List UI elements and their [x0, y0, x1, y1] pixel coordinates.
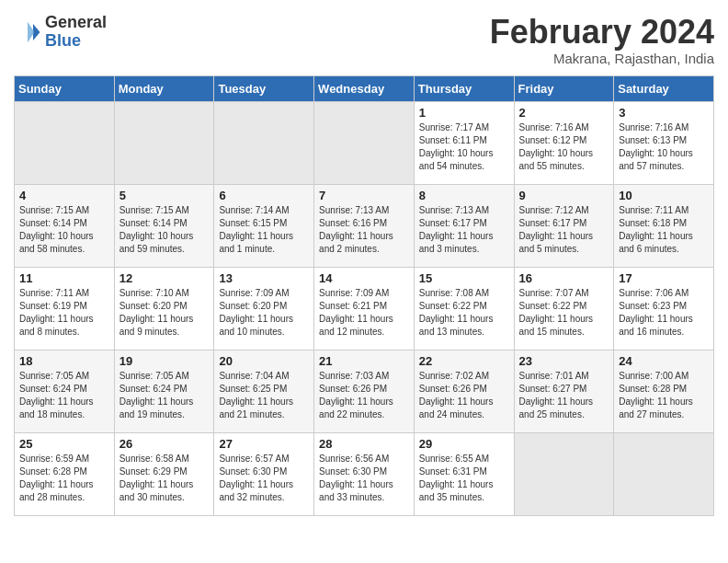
- week-row-1: 4Sunrise: 7:15 AMSunset: 6:14 PMDaylight…: [15, 184, 714, 267]
- day-info: Sunrise: 6:56 AMSunset: 6:30 PMDaylight:…: [319, 453, 409, 504]
- day-cell: 12Sunrise: 7:10 AMSunset: 6:20 PMDayligh…: [114, 267, 214, 350]
- day-cell: [314, 101, 415, 184]
- day-cell: 13Sunrise: 7:09 AMSunset: 6:20 PMDayligh…: [214, 267, 314, 350]
- day-number: 27: [219, 437, 309, 451]
- day-info: Sunrise: 7:16 AMSunset: 6:12 PMDaylight:…: [519, 121, 609, 173]
- logo-icon: [14, 18, 41, 46]
- week-row-3: 18Sunrise: 7:05 AMSunset: 6:24 PMDayligh…: [15, 350, 714, 432]
- day-number: 20: [219, 354, 309, 368]
- day-number: 8: [419, 189, 509, 202]
- day-number: 13: [219, 271, 309, 285]
- day-cell: 24Sunrise: 7:00 AMSunset: 6:28 PMDayligh…: [614, 350, 714, 432]
- calendar-header: SundayMondayTuesdayWednesdayThursdayFrid…: [15, 75, 714, 101]
- day-info: Sunrise: 7:14 AMSunset: 6:15 PMDaylight:…: [219, 204, 309, 256]
- day-info: Sunrise: 6:58 AMSunset: 6:29 PMDaylight:…: [119, 453, 210, 504]
- day-number: 9: [519, 189, 609, 202]
- day-info: Sunrise: 7:11 AMSunset: 6:18 PMDaylight:…: [619, 204, 709, 256]
- day-cell: 9Sunrise: 7:12 AMSunset: 6:17 PMDaylight…: [514, 184, 614, 267]
- day-info: Sunrise: 7:02 AMSunset: 6:26 PMDaylight:…: [419, 370, 509, 421]
- day-number: 7: [319, 189, 409, 202]
- location: Makrana, Rajasthan, India: [490, 51, 714, 66]
- day-number: 19: [119, 354, 210, 368]
- title-area: February 2024 Makrana, Rajasthan, India: [490, 14, 714, 66]
- day-number: 2: [519, 106, 609, 120]
- day-info: Sunrise: 7:13 AMSunset: 6:17 PMDaylight:…: [419, 204, 509, 256]
- day-number: 28: [319, 437, 409, 451]
- day-cell: 20Sunrise: 7:04 AMSunset: 6:25 PMDayligh…: [214, 350, 314, 432]
- day-cell: 7Sunrise: 7:13 AMSunset: 6:16 PMDaylight…: [314, 184, 415, 267]
- day-cell: 2Sunrise: 7:16 AMSunset: 6:12 PMDaylight…: [514, 101, 614, 184]
- day-info: Sunrise: 6:59 AMSunset: 6:28 PMDaylight:…: [19, 453, 109, 504]
- day-number: 24: [619, 354, 709, 368]
- day-number: 14: [319, 271, 409, 285]
- header-cell-wednesday: Wednesday: [314, 75, 415, 101]
- day-info: Sunrise: 7:05 AMSunset: 6:24 PMDaylight:…: [119, 370, 210, 421]
- calendar-table: SundayMondayTuesdayWednesdayThursdayFrid…: [14, 75, 714, 516]
- day-info: Sunrise: 7:09 AMSunset: 6:20 PMDaylight:…: [219, 287, 309, 339]
- day-number: 5: [119, 189, 210, 202]
- logo-general-text: General: [45, 14, 107, 32]
- day-info: Sunrise: 7:04 AMSunset: 6:25 PMDaylight:…: [219, 370, 309, 421]
- day-cell: 28Sunrise: 6:56 AMSunset: 6:30 PMDayligh…: [314, 432, 415, 515]
- month-title: February 2024: [490, 14, 714, 51]
- day-info: Sunrise: 7:13 AMSunset: 6:16 PMDaylight:…: [319, 204, 409, 256]
- day-cell: [114, 101, 214, 184]
- day-number: 18: [19, 354, 109, 368]
- header-cell-sunday: Sunday: [15, 75, 115, 101]
- day-cell: 25Sunrise: 6:59 AMSunset: 6:28 PMDayligh…: [15, 432, 115, 515]
- header-row: SundayMondayTuesdayWednesdayThursdayFrid…: [15, 75, 714, 101]
- header-cell-friday: Friday: [514, 75, 614, 101]
- day-cell: [514, 432, 614, 515]
- day-cell: [614, 432, 714, 515]
- day-cell: 10Sunrise: 7:11 AMSunset: 6:18 PMDayligh…: [614, 184, 714, 267]
- logo-text: General Blue: [45, 14, 107, 51]
- day-info: Sunrise: 6:57 AMSunset: 6:30 PMDaylight:…: [219, 453, 309, 504]
- day-info: Sunrise: 7:07 AMSunset: 6:22 PMDaylight:…: [519, 287, 609, 339]
- day-cell: 5Sunrise: 7:15 AMSunset: 6:14 PMDaylight…: [114, 184, 214, 267]
- day-cell: [15, 101, 115, 184]
- day-info: Sunrise: 7:15 AMSunset: 6:14 PMDaylight:…: [119, 204, 210, 256]
- day-number: 23: [519, 354, 609, 368]
- day-number: 29: [419, 437, 509, 451]
- day-cell: 8Sunrise: 7:13 AMSunset: 6:17 PMDaylight…: [414, 184, 514, 267]
- day-info: Sunrise: 7:17 AMSunset: 6:11 PMDaylight:…: [419, 121, 509, 173]
- day-cell: 27Sunrise: 6:57 AMSunset: 6:30 PMDayligh…: [214, 432, 314, 515]
- day-info: Sunrise: 7:03 AMSunset: 6:26 PMDaylight:…: [319, 370, 409, 421]
- day-number: 6: [219, 189, 309, 202]
- day-number: 17: [619, 271, 709, 285]
- week-row-0: 1Sunrise: 7:17 AMSunset: 6:11 PMDaylight…: [15, 101, 714, 184]
- day-cell: 11Sunrise: 7:11 AMSunset: 6:19 PMDayligh…: [15, 267, 115, 350]
- day-cell: 18Sunrise: 7:05 AMSunset: 6:24 PMDayligh…: [15, 350, 115, 432]
- calendar-body: 1Sunrise: 7:17 AMSunset: 6:11 PMDaylight…: [15, 101, 714, 515]
- day-number: 11: [19, 271, 109, 285]
- header-cell-monday: Monday: [114, 75, 214, 101]
- day-cell: 23Sunrise: 7:01 AMSunset: 6:27 PMDayligh…: [514, 350, 614, 432]
- week-row-4: 25Sunrise: 6:59 AMSunset: 6:28 PMDayligh…: [15, 432, 714, 515]
- day-info: Sunrise: 7:10 AMSunset: 6:20 PMDaylight:…: [119, 287, 210, 339]
- header-cell-saturday: Saturday: [614, 75, 714, 101]
- day-info: Sunrise: 7:01 AMSunset: 6:27 PMDaylight:…: [519, 370, 609, 421]
- day-info: Sunrise: 7:11 AMSunset: 6:19 PMDaylight:…: [19, 287, 109, 339]
- day-info: Sunrise: 7:00 AMSunset: 6:28 PMDaylight:…: [619, 370, 709, 421]
- day-info: Sunrise: 6:55 AMSunset: 6:31 PMDaylight:…: [419, 453, 509, 504]
- day-cell: 4Sunrise: 7:15 AMSunset: 6:14 PMDaylight…: [15, 184, 115, 267]
- day-info: Sunrise: 7:09 AMSunset: 6:21 PMDaylight:…: [319, 287, 409, 339]
- day-cell: 21Sunrise: 7:03 AMSunset: 6:26 PMDayligh…: [314, 350, 415, 432]
- week-row-2: 11Sunrise: 7:11 AMSunset: 6:19 PMDayligh…: [15, 267, 714, 350]
- day-number: 12: [119, 271, 210, 285]
- day-cell: 6Sunrise: 7:14 AMSunset: 6:15 PMDaylight…: [214, 184, 314, 267]
- day-info: Sunrise: 7:06 AMSunset: 6:23 PMDaylight:…: [619, 287, 709, 339]
- day-info: Sunrise: 7:16 AMSunset: 6:13 PMDaylight:…: [619, 121, 709, 173]
- day-number: 4: [19, 189, 109, 202]
- day-cell: 1Sunrise: 7:17 AMSunset: 6:11 PMDaylight…: [414, 101, 514, 184]
- day-cell: [214, 101, 314, 184]
- day-cell: 3Sunrise: 7:16 AMSunset: 6:13 PMDaylight…: [614, 101, 714, 184]
- day-cell: 29Sunrise: 6:55 AMSunset: 6:31 PMDayligh…: [414, 432, 514, 515]
- day-cell: 16Sunrise: 7:07 AMSunset: 6:22 PMDayligh…: [514, 267, 614, 350]
- day-info: Sunrise: 7:08 AMSunset: 6:22 PMDaylight:…: [419, 287, 509, 339]
- page-header: General Blue February 2024 Makrana, Raja…: [14, 14, 714, 66]
- day-number: 16: [519, 271, 609, 285]
- day-cell: 17Sunrise: 7:06 AMSunset: 6:23 PMDayligh…: [614, 267, 714, 350]
- day-info: Sunrise: 7:15 AMSunset: 6:14 PMDaylight:…: [19, 204, 109, 256]
- day-number: 25: [19, 437, 109, 451]
